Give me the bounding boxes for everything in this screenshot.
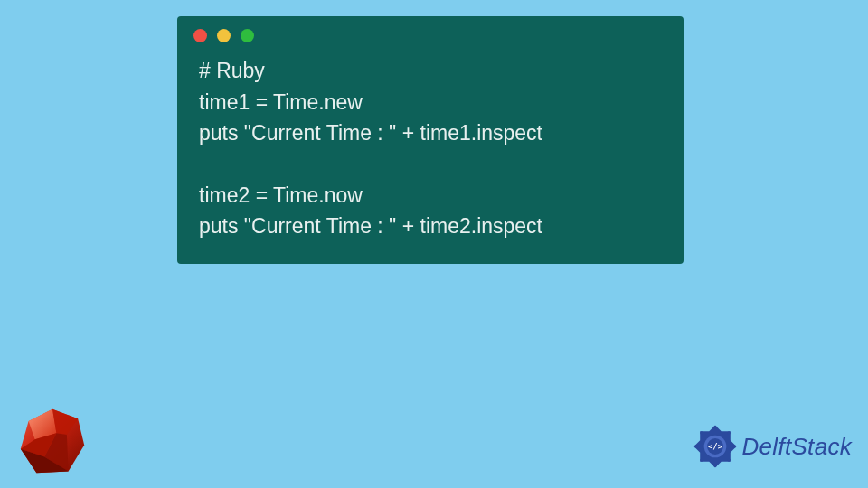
- code-line: time1 = Time.new: [199, 87, 662, 118]
- delftstack-text: DelftStack: [742, 433, 853, 461]
- svg-point-4: [727, 431, 730, 434]
- delftstack-icon: </>: [690, 421, 741, 472]
- code-content: # Ruby time1 = Time.new puts "Current Ti…: [177, 50, 684, 246]
- svg-point-5: [732, 445, 735, 447]
- window-controls: [177, 16, 684, 50]
- svg-point-10: [700, 431, 703, 434]
- svg-point-8: [700, 458, 703, 461]
- svg-point-3: [713, 426, 716, 428]
- svg-text:</>: </>: [707, 442, 722, 451]
- code-line: [199, 149, 662, 180]
- delftstack-logo: </> DelftStack: [690, 421, 853, 472]
- minimize-dot-icon: [217, 29, 231, 42]
- svg-point-7: [713, 465, 716, 467]
- code-line: # Ruby: [199, 55, 662, 87]
- svg-point-9: [694, 445, 697, 447]
- close-dot-icon: [193, 29, 207, 42]
- svg-point-6: [727, 458, 730, 461]
- code-line: time2 = Time.now: [199, 180, 662, 211]
- maximize-dot-icon: [241, 29, 254, 42]
- ruby-logo-icon: [13, 401, 92, 481]
- code-window: # Ruby time1 = Time.new puts "Current Ti…: [177, 16, 684, 264]
- code-line: puts "Current Time : " + time2.inspect: [199, 211, 662, 242]
- code-line: puts "Current Time : " + time1.inspect: [199, 117, 662, 149]
